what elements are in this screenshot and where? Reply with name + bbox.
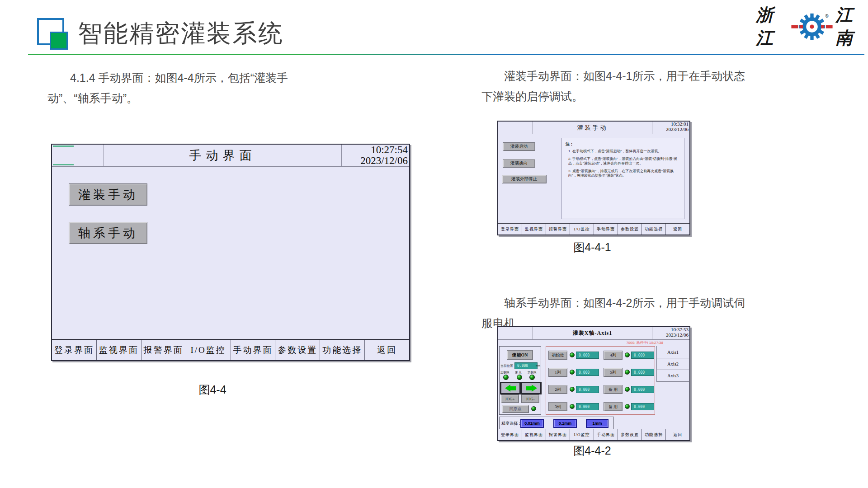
grid-button: 初始位 (548, 351, 567, 360)
hmi-screen-title: 灌装手动 (533, 122, 652, 134)
menu-item-manual: 手动界面 (231, 340, 276, 360)
filling-start-button: 灌装启动 (503, 142, 535, 151)
led-indicator (625, 370, 630, 375)
svg-text:®: ® (825, 14, 829, 19)
right-arrow-icon (526, 385, 537, 392)
menu-item-io: I/O监控 (570, 224, 594, 235)
grid-button: 5列 (604, 368, 623, 377)
filling-external-stop-button: 灌装外部停止 (502, 175, 547, 183)
led-indicator (570, 387, 575, 392)
menu-item-functions: 功能选择 (642, 429, 666, 440)
enable-on-button: 使能ON (507, 350, 533, 360)
jog-left-arrow-button (500, 382, 521, 394)
led-indicator (625, 387, 630, 392)
filling-reverse-button: 灌装换向 (503, 159, 535, 168)
page-title: 智能精密灌装系统 (78, 17, 284, 50)
grid-button: 备 用 (604, 402, 623, 411)
hmi-titlebar: 手动界面 10:27:54 2023/12/06 (52, 145, 409, 167)
axis2-tab: Axis2 (656, 358, 689, 370)
grid-button: 备 用 (604, 385, 623, 394)
figure-4-4-caption: 图4-4 (122, 382, 303, 397)
precision-1mm-button: 1mm (586, 419, 609, 428)
section-paragraph: 4.1.4 手动界面：如图4-4所示，包括“灌装手动”、“轴系手动”。 (47, 68, 312, 108)
filling-manual-button: 灌装手动 (69, 183, 147, 206)
position-unit-label: mm (536, 364, 540, 367)
hmi-menu-bar: 登录界面 监视界面 报警界面 I/O监控 手动界面 参数设置 功能选择 返回 (498, 223, 689, 235)
hmi-time: 10:27:54 (342, 145, 408, 155)
menu-item-alarm: 报警界面 (546, 224, 570, 235)
menu-item-functions: 功能选择 (642, 224, 666, 235)
grid-value: 0.000 (576, 403, 599, 410)
fig441-paragraph: 灌装手动界面：如图4-4-1所示，用于在手动状态下灌装的启停调试。 (481, 66, 748, 107)
menu-item-functions: 功能选择 (320, 340, 365, 360)
hmi-time: 10:37:53 (652, 327, 689, 333)
menu-item-back: 返回 (666, 224, 689, 235)
led-indicator (625, 352, 630, 357)
figure-4-4-2-screenshot: 灌装X轴-Axis1 10:37:53 2023/12/06 7000: 急停中… (497, 326, 690, 441)
precision-select-label: 精度选择： (501, 421, 522, 427)
notes-panel: 注： 1. 在手动模式下，点击“灌装启动”，整体将开启一次灌装。 2. 手动模式… (561, 138, 684, 219)
green-square-icon (50, 32, 68, 50)
hmi-logo-cell (498, 122, 533, 134)
axis1-tab: Axis1 (656, 346, 689, 358)
menu-item-login: 登录界面 (498, 224, 522, 235)
grid-button: 4列 (604, 351, 623, 360)
menu-item-login: 登录界面 (52, 340, 97, 360)
left-arrow-icon (505, 385, 516, 392)
menu-item-params: 参数设置 (618, 429, 642, 440)
grid-value: 0.000 (631, 403, 654, 410)
note-item-3: 3. 点击“灌装换向”，排液完成后，在下次灌装之前再次点击“灌装换向”，将灌装状… (568, 169, 680, 178)
note-item-1: 1. 在手动模式下，点击“灌装启动”，整体将开启一次灌装。 (568, 149, 680, 154)
grid-value: 0.000 (631, 352, 654, 359)
jog-minus-button: JOG- (521, 394, 539, 403)
jog-plus-button: JOG+ (501, 394, 519, 403)
position-grid-panel: 初始位 0.000 4列 0.000 1列 0.000 5列 0.000 2列 … (546, 346, 655, 415)
axis-control-panel: 使能ON 当前位置 0.000 mm 正极限 原 点 负极限 JOG+ JOG-… (499, 346, 541, 415)
home-point-label: 原 点 (515, 371, 522, 375)
hmi-menu-bar: 登录界面 监视界面 报警界面 I/O监控 手动界面 参数设置 功能选择 返回 (52, 339, 409, 360)
menu-item-monitor: 监视界面 (522, 224, 546, 235)
negative-limit-label: 负极限 (528, 371, 537, 375)
brand-right-text: 江南 (835, 4, 868, 50)
hmi-date: 2023/12/06 (652, 127, 689, 132)
hmi-date: 2023/12/06 (342, 155, 408, 166)
hmi-titlebar: 灌装X轴-Axis1 10:37:53 2023/12/06 (498, 327, 689, 340)
title-mark-icon (37, 18, 75, 56)
header-divider (28, 54, 864, 55)
grid-button: 1列 (548, 368, 567, 377)
hmi-clock: 10:32:01 2023/12/06 (652, 122, 689, 134)
menu-item-io: I/O监控 (570, 429, 594, 440)
hmi-screen-title: 手动界面 (104, 145, 341, 166)
menu-item-manual: 手动界面 (594, 429, 618, 440)
led-indicator (625, 404, 630, 409)
hmi-logo-cell (52, 145, 104, 166)
led-indicator (570, 404, 575, 409)
led-indicator (570, 370, 575, 375)
axis3-tab: Axis3 (656, 370, 689, 382)
grid-value: 0.000 (576, 369, 599, 376)
company-logo: 浙江 (756, 13, 868, 41)
home-point-led (517, 375, 522, 380)
led-indicator (570, 352, 575, 357)
hmi-time: 10:32:01 (652, 122, 689, 127)
menu-item-back: 返回 (666, 429, 689, 440)
hmi-logo-cell (498, 327, 533, 339)
grid-value: 0.000 (631, 369, 654, 376)
return-home-button: 回原点 (502, 405, 529, 413)
precision-001mm-button: 0.01mm (520, 419, 544, 428)
hmi-titlebar: 灌装手动 10:32:01 2023/12/06 (498, 122, 689, 134)
menu-item-alarm: 报警界面 (546, 429, 570, 440)
note-item-2: 2. 手动模式下，点击“灌装换向”，灌装的方向由“灌装”切换到“排液”状态，点击… (568, 157, 680, 166)
grid-button: 3列 (548, 402, 567, 411)
menu-item-params: 参数设置 (618, 224, 642, 235)
hmi-menu-bar: 登录界面 监视界面 报警界面 I/O监控 手动界面 参数设置 功能选择 返回 (498, 429, 689, 440)
menu-item-back: 返回 (365, 340, 409, 360)
menu-item-manual: 手动界面 (594, 224, 618, 235)
grid-button: 2列 (548, 385, 567, 394)
current-position-label: 当前位置 (500, 364, 513, 368)
jog-right-arrow-button (521, 382, 542, 394)
grid-value: 0.000 (631, 386, 654, 393)
grid-value: 0.000 (576, 352, 599, 359)
hmi-clock: 10:37:53 2023/12/06 (652, 327, 689, 339)
hmi-screen-title: 灌装X轴-Axis1 (533, 327, 652, 339)
